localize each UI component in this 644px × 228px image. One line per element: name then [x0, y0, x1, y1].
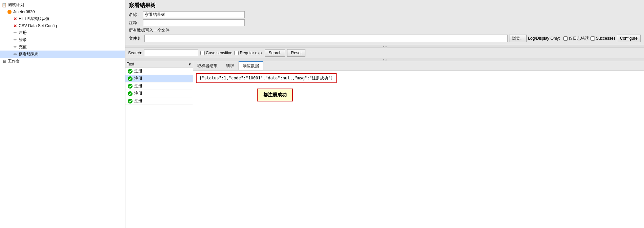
list-items: 注册注册注册注册注册	[125, 68, 193, 228]
sidebar-item-test-plan[interactable]: 📋测试计划	[0, 1, 125, 8]
list-item[interactable]: 注册	[125, 75, 193, 82]
search-input[interactable]	[144, 50, 198, 56]
file-input[interactable]	[144, 35, 508, 42]
sidebar-item-label: CSV Data Set Config	[19, 23, 57, 28]
sidebar-item-recharge[interactable]: ✏充值	[0, 43, 125, 51]
file-row: 文件名 浏览... Log/Display Only: 仅日志错误 Succes…	[129, 35, 641, 42]
x-icon: ✕	[12, 23, 18, 28]
scroll-dots-2: ▲▲	[382, 58, 387, 61]
configure-button[interactable]: Configure	[617, 35, 641, 42]
list-item-text: 注册	[134, 83, 142, 89]
list-item[interactable]: 注册	[125, 90, 193, 97]
success-check-icon	[127, 69, 133, 74]
sidebar-item-label: 登录	[19, 37, 27, 43]
pencil-icon: ✏	[12, 30, 18, 36]
svg-point-3	[128, 91, 133, 96]
sidebar-item-label: 工作台	[8, 58, 20, 64]
detail-content: {"status":1,"code":"10001","data":null,"…	[193, 71, 644, 228]
pencil-icon: ✏	[12, 37, 18, 43]
success-check-icon	[127, 83, 133, 89]
successes-checkbox-label[interactable]: Successes	[590, 36, 616, 41]
case-sensitive-label[interactable]: Case sensitive	[200, 51, 232, 55]
search-label: Search:	[128, 51, 142, 55]
svg-point-1	[128, 76, 133, 81]
detail-panel: 取样器结果请求响应数据 {"status":1,"code":"10001","…	[193, 61, 644, 228]
list-item[interactable]: 注册	[125, 68, 193, 75]
success-check-icon	[127, 76, 133, 81]
sidebar-item-http-default[interactable]: ✕HTTP请求默认值	[0, 15, 125, 22]
sidebar-item-jmeter[interactable]: Jmeter0620	[0, 8, 125, 15]
success-check-icon	[127, 98, 133, 104]
tab-response-data[interactable]: 响应数据	[239, 61, 263, 70]
tab-sampler-result[interactable]: 取样器结果	[193, 61, 222, 70]
name-input[interactable]	[143, 11, 245, 18]
panel-title: 察看结果树	[129, 2, 641, 9]
reset-button[interactable]: Reset	[287, 49, 305, 57]
sidebar-tree: 📋测试计划Jmeter0620✕HTTP请求默认值✕CSV Data Set C…	[0, 0, 125, 228]
list-header-arrow[interactable]: ▼	[188, 62, 192, 66]
sidebar-item-label: 测试计划	[8, 2, 24, 8]
regex-text: Regular exp.	[240, 51, 263, 55]
workbench-icon: 🖥	[1, 59, 7, 64]
eye-icon: 👁	[12, 52, 18, 57]
main-panel: 察看结果树 名称： 注释： 所有数据写入一个文件 文件名 浏览... Log/D…	[125, 0, 644, 228]
sidebar-item-label: HTTP请求默认值	[19, 16, 49, 22]
regex-label[interactable]: Regular exp.	[234, 51, 263, 55]
x-icon: ✕	[12, 16, 18, 22]
jmeter-icon	[7, 9, 12, 15]
name-label: 名称：	[129, 12, 141, 18]
name-row: 名称：	[129, 11, 641, 18]
list-item-text: 注册	[134, 98, 142, 104]
tab-request[interactable]: 请求	[222, 61, 239, 70]
svg-point-4	[128, 99, 133, 103]
annotation-box: 都注册成功	[257, 89, 293, 101]
sidebar-item-label: 注册	[19, 30, 27, 36]
error-only-checkbox-label[interactable]: 仅日志错误	[563, 36, 589, 41]
sidebar-item-csv-config[interactable]: ✕CSV Data Set Config	[0, 22, 125, 29]
list-item-text: 注册	[134, 68, 142, 74]
success-check-icon	[127, 91, 133, 96]
scroll-handle-2[interactable]: ▲▲	[125, 58, 644, 61]
comment-input[interactable]	[143, 19, 245, 26]
list-panel: Text ▼ 注册注册注册注册注册	[125, 61, 193, 228]
plan-icon: 📋	[1, 2, 7, 8]
panel-header: 察看结果树 名称： 注释： 所有数据写入一个文件 文件名 浏览... Log/D…	[125, 0, 644, 45]
list-item[interactable]: 注册	[125, 82, 193, 90]
comment-label: 注释：	[129, 20, 141, 26]
log-display-label: Log/Display Only:	[528, 36, 560, 41]
content-area: Text ▼ 注册注册注册注册注册 取样器结果请求响应数据 {"status":…	[125, 61, 644, 228]
scroll-dots: ▲▲	[382, 45, 387, 48]
error-only-checkbox[interactable]	[563, 36, 568, 41]
browse-button[interactable]: 浏览...	[509, 35, 527, 42]
comment-row: 注释：	[129, 19, 641, 26]
sidebar-item-view-tree[interactable]: 👁察看结果树	[0, 51, 125, 58]
sidebar-item-label: 充值	[19, 44, 27, 50]
case-sensitive-checkbox[interactable]	[200, 51, 205, 55]
sidebar-item-login[interactable]: ✏登录	[0, 36, 125, 43]
case-sensitive-text: Case sensitive	[206, 51, 232, 55]
list-item-text: 注册	[134, 76, 142, 81]
pencil-icon: ✏	[12, 44, 18, 50]
list-item-text: 注册	[134, 91, 142, 96]
search-bar: Search: Case sensitive Regular exp. Sear…	[125, 48, 644, 58]
list-header-label: Text	[127, 62, 188, 66]
sidebar-item-label: Jmeter0620	[13, 10, 35, 14]
error-only-label: 仅日志错误	[569, 36, 589, 41]
list-item[interactable]: 注册	[125, 97, 193, 105]
file-label: 文件名	[129, 36, 141, 41]
search-button[interactable]: Search	[265, 49, 285, 57]
tabs-bar: 取样器结果请求响应数据	[193, 61, 644, 71]
note-text: 所有数据写入一个文件	[129, 27, 641, 33]
scroll-handle[interactable]: ▲▲	[125, 45, 644, 48]
successes-label: Successes	[596, 36, 616, 41]
sidebar-item-register[interactable]: ✏注册	[0, 29, 125, 36]
toolbar-right: Log/Display Only: 仅日志错误 Successes Config…	[528, 35, 641, 42]
svg-point-2	[128, 84, 133, 89]
successes-checkbox[interactable]	[590, 36, 595, 41]
svg-point-0	[128, 69, 133, 74]
sidebar-item-label: 察看结果树	[19, 51, 39, 57]
response-json-box: {"status":1,"code":"10001","data":null,"…	[196, 73, 337, 83]
list-header: Text ▼	[125, 61, 193, 68]
regex-checkbox[interactable]	[234, 51, 239, 55]
sidebar-item-workbench[interactable]: 🖥工作台	[0, 58, 125, 65]
